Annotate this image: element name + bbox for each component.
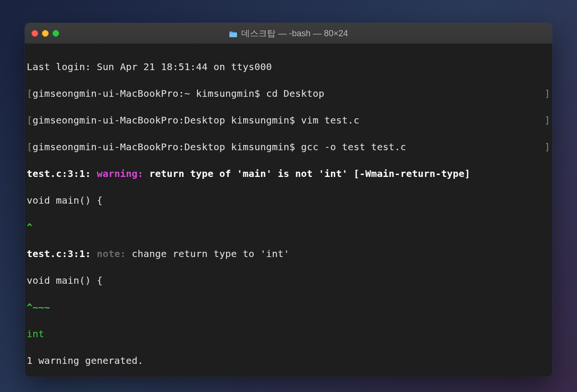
folder-icon bbox=[229, 30, 237, 37]
terminal-window: 데스크탑 — -bash — 80×24 Last login: Sun Apr… bbox=[25, 23, 552, 377]
window-title: 데스크탑 — -bash — 80×24 bbox=[25, 28, 552, 39]
compiler-src-1: void main() { bbox=[27, 194, 550, 207]
minimize-button[interactable] bbox=[42, 30, 49, 37]
compiler-note-line: test.c:3:1: note: change return type to … bbox=[27, 247, 550, 260]
compiler-warning-line: test.c:3:1: warning: return type of 'mai… bbox=[27, 167, 550, 180]
compiler-summary: 1 warning generated. bbox=[27, 354, 550, 367]
compiler-fixit: int bbox=[27, 327, 550, 340]
titlebar[interactable]: 데스크탑 — -bash — 80×24 bbox=[25, 23, 552, 44]
traffic-lights bbox=[25, 30, 59, 37]
terminal-content[interactable]: Last login: Sun Apr 21 18:51:44 on ttys0… bbox=[25, 44, 552, 377]
compiler-caret-1: ^ bbox=[27, 220, 550, 234]
close-button[interactable] bbox=[31, 30, 38, 37]
prompt-line-3: [gimseongmin-ui-MacBookPro:Desktop kimsu… bbox=[27, 140, 550, 154]
compiler-caret-2: ^~~~ bbox=[27, 300, 550, 314]
window-title-text: 데스크탑 — -bash — 80×24 bbox=[241, 28, 348, 39]
last-login-line: Last login: Sun Apr 21 18:51:44 on ttys0… bbox=[27, 60, 550, 73]
compiler-src-2: void main() { bbox=[27, 274, 550, 287]
maximize-button[interactable] bbox=[52, 30, 59, 37]
prompt-line-1: [gimseongmin-ui-MacBookPro:~ kimsungmin$… bbox=[27, 87, 550, 100]
prompt-line-2: [gimseongmin-ui-MacBookPro:Desktop kimsu… bbox=[27, 113, 550, 127]
